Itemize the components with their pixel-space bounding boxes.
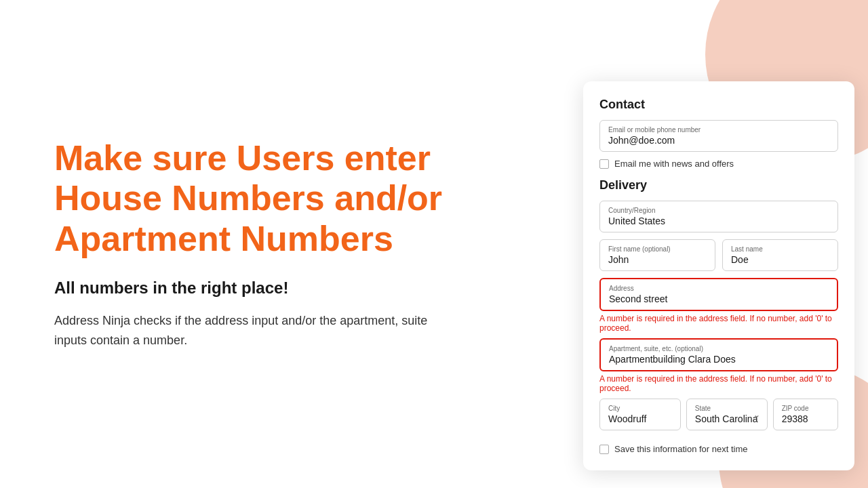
country-value: United States — [608, 216, 829, 226]
description-text: Address Ninja checks if the address inpu… — [54, 311, 461, 350]
state-value: South Carolina — [695, 413, 759, 424]
apartment-label: Apartment, suite, etc. (optional) — [609, 345, 829, 352]
left-panel: Make sure Users enter House Numbers and/… — [0, 0, 583, 488]
apartment-field[interactable]: Apartment, suite, etc. (optional) Apartm… — [599, 338, 838, 371]
email-checkbox-row: Email me with news and offers — [599, 159, 838, 169]
first-name-label: First name (optional) — [608, 245, 707, 253]
state-label: State — [695, 405, 759, 412]
country-label: Country/Region — [608, 207, 829, 214]
last-name-value: Doe — [731, 254, 829, 265]
city-label: City — [608, 405, 672, 412]
main-headline: Make sure Users enter House Numbers and/… — [54, 138, 529, 260]
save-row: Save this information for next time — [599, 444, 838, 454]
email-label: Email or mobile phone number — [608, 126, 829, 134]
email-field[interactable]: Email or mobile phone number John@doe.co… — [599, 120, 838, 152]
first-name-value: John — [608, 254, 707, 265]
country-field[interactable]: Country/Region United States — [599, 201, 838, 232]
save-checkbox[interactable] — [599, 445, 609, 454]
delivery-section: Delivery Country/Region United States Fi… — [599, 178, 838, 454]
save-checkbox-label: Save this information for next time — [614, 444, 748, 454]
email-checkbox[interactable] — [599, 159, 609, 169]
name-row: First name (optional) John Last name Doe — [599, 239, 838, 278]
city-field[interactable]: City Woodruff — [599, 399, 681, 430]
address-label: Address — [609, 285, 829, 292]
city-state-zip-row: City Woodruff State South Carolina ⌄ ZIP… — [599, 399, 838, 437]
first-name-field[interactable]: First name (optional) John — [599, 239, 715, 271]
sub-headline: All numbers in the right place! — [54, 279, 529, 298]
email-value: John@doe.com — [608, 135, 829, 146]
zip-field[interactable]: ZIP code 29388 — [773, 399, 838, 430]
contact-section: Contact Email or mobile phone number Joh… — [599, 98, 838, 169]
zip-label: ZIP code — [782, 405, 829, 412]
state-field[interactable]: State South Carolina ⌄ — [686, 399, 768, 430]
contact-title: Contact — [599, 98, 838, 112]
last-name-field[interactable]: Last name Doe — [722, 239, 838, 271]
right-panel: Contact Email or mobile phone number Joh… — [583, 0, 868, 488]
apartment-value: Apartmentbuilding Clara Does — [609, 354, 829, 365]
city-value: Woodruff — [608, 413, 672, 424]
address-error-text: A number is required in the address fiel… — [599, 314, 838, 333]
apartment-error-text: A number is required in the address fiel… — [599, 374, 838, 393]
address-field[interactable]: Address Second street — [599, 278, 838, 311]
address-value: Second street — [609, 293, 829, 304]
email-checkbox-label: Email me with news and offers — [614, 159, 734, 169]
last-name-label: Last name — [731, 245, 829, 253]
zip-value: 29388 — [782, 413, 829, 424]
form-card: Contact Email or mobile phone number Joh… — [583, 81, 854, 470]
delivery-title: Delivery — [599, 178, 838, 192]
